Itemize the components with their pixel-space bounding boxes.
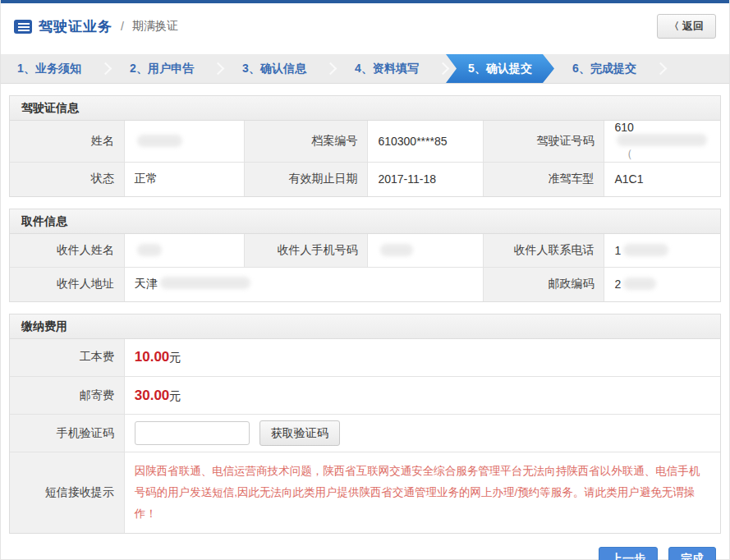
- postal-code-value: 2: [604, 268, 720, 301]
- recipient-phone-label: 收件人联系电话: [484, 234, 604, 268]
- sms-notice-label: 短信接收提示: [10, 452, 124, 534]
- chevron-right-icon: [324, 62, 337, 76]
- back-button-label: 返回: [682, 19, 704, 34]
- breadcrumb: 驾驶证业务 / 期满换证: [14, 17, 178, 36]
- address-prefix: 天津: [135, 277, 158, 290]
- mailing-fee-amount: 30.00: [135, 388, 170, 403]
- sms-notice-cell: 因陕西省联通、电信运营商技术问题，陕西省互联网交通安全综合服务管理平台无法向持陕…: [124, 452, 720, 534]
- chevron-right-icon: [654, 62, 668, 76]
- expiry-value: 2017-11-18: [368, 163, 484, 196]
- redacted-name: [137, 135, 182, 147]
- production-fee-label: 工本费: [10, 339, 124, 377]
- chevron-right-icon: [99, 62, 112, 76]
- status-label: 状态: [10, 163, 124, 196]
- sms-notice-text: 因陕西省联通、电信运营商技术问题，陕西省互联网交通安全综合服务管理平台无法向持陕…: [135, 461, 707, 525]
- page-title: 驾驶证业务: [39, 17, 112, 36]
- step-navigation: 1、业务须知 2、用户申告 3、确认信息 4、资料填写 5、确认提交 6、完成提…: [1, 54, 729, 84]
- production-fee-value: 10.00元: [124, 339, 720, 377]
- file-number-label: 档案编号: [244, 121, 368, 163]
- footer-actions: 上一步 完成: [1, 534, 729, 560]
- redacted-mobile: [380, 244, 413, 256]
- currency-unit: 元: [169, 351, 181, 364]
- recipient-address-label: 收件人地址: [10, 268, 124, 301]
- redacted-address: [160, 277, 250, 289]
- chevron-left-icon: 〈: [669, 20, 679, 34]
- redacted-license-number: [617, 134, 707, 146]
- list-icon: [14, 20, 32, 34]
- license-section-title: 驾驶证信息: [10, 96, 720, 121]
- steps-filler: [668, 54, 729, 83]
- status-value: 正常: [124, 163, 244, 196]
- chevron-right-icon: [212, 62, 225, 76]
- chevron-right-icon: [437, 62, 450, 76]
- mailing-fee-label: 邮寄费: [10, 377, 124, 415]
- mailing-fee-value: 30.00元: [124, 377, 720, 415]
- step-2-user-declaration[interactable]: 2、用户申告: [113, 54, 210, 83]
- vehicle-type-label: 准驾车型: [484, 163, 604, 196]
- recipient-mobile-value: [368, 234, 484, 268]
- table-row: 状态 正常 有效期止日期 2017-11-18 准驾车型 A1C1: [10, 163, 720, 196]
- breadcrumb-current: 期满换证: [132, 19, 178, 34]
- pickup-section-title: 取件信息: [10, 209, 720, 234]
- finish-button[interactable]: 完成: [668, 547, 716, 560]
- step-3-confirm-info[interactable]: 3、确认信息: [226, 54, 323, 83]
- header: 驾驶证业务 / 期满换证 〈 返回: [1, 3, 729, 49]
- step-5-confirm-submit-active[interactable]: 5、确认提交: [446, 54, 554, 83]
- license-number-label: 驾驶证号码: [484, 121, 604, 163]
- previous-step-button[interactable]: 上一步: [599, 547, 658, 560]
- license-number-prefix: 610: [614, 121, 633, 134]
- recipient-name-value: [124, 234, 244, 268]
- license-info-table: 姓名 档案编号 610300****85 驾驶证号码 610（ 状态 正常 有效…: [10, 121, 720, 196]
- recipient-phone-value: 1: [604, 234, 720, 268]
- step-6-complete-submit[interactable]: 6、完成提交: [556, 54, 653, 83]
- recipient-address-value: 天津: [124, 268, 484, 301]
- table-row: 邮寄费 30.00元: [10, 377, 720, 415]
- step-1-business-notice[interactable]: 1、业务须知: [1, 54, 98, 83]
- license-number-suffix: （: [621, 147, 632, 160]
- breadcrumb-separator: /: [121, 20, 124, 33]
- table-row: 短信接收提示 因陕西省联通、电信运营商技术问题，陕西省互联网交通安全综合服务管理…: [10, 452, 720, 534]
- step-4-fill-data[interactable]: 4、资料填写: [338, 54, 435, 83]
- redacted-phone: [623, 244, 668, 256]
- postal-code-label: 邮政编码: [484, 268, 604, 301]
- pickup-info-section: 取件信息 收件人姓名 收件人手机号码 收件人联系电话 1 收件人地址 天津: [9, 209, 721, 302]
- license-number-value: 610（: [604, 121, 720, 163]
- file-number-value: 610300****85: [368, 121, 484, 163]
- table-row: 手机验证码 获取验证码: [10, 415, 720, 452]
- redacted-recipient-name: [137, 244, 162, 256]
- redacted-postal: [623, 278, 656, 290]
- currency-unit: 元: [169, 389, 181, 402]
- fees-table: 工本费 10.00元 邮寄费 30.00元 手机验证码 获取验证码 短信接收提: [10, 339, 720, 534]
- name-label: 姓名: [10, 121, 124, 163]
- recipient-name-label: 收件人姓名: [10, 234, 124, 268]
- name-value: [124, 121, 244, 163]
- get-code-button[interactable]: 获取验证码: [259, 420, 340, 446]
- table-row: 收件人地址 天津 邮政编码 2: [10, 268, 720, 301]
- license-info-section: 驾驶证信息 姓名 档案编号 610300****85 驾驶证号码 610（ 状态…: [9, 95, 721, 197]
- recipient-mobile-label: 收件人手机号码: [244, 234, 368, 268]
- pickup-info-table: 收件人姓名 收件人手机号码 收件人联系电话 1 收件人地址 天津 邮政编码 2: [10, 234, 720, 301]
- vehicle-type-value: A1C1: [604, 163, 720, 196]
- table-row: 姓名 档案编号 610300****85 驾驶证号码 610（: [10, 121, 720, 163]
- fees-section-title: 缴纳费用: [10, 314, 720, 339]
- page: 驾驶证业务 / 期满换证 〈 返回 1、业务须知 2、用户申告 3、确认信息 4…: [0, 0, 730, 560]
- fees-section: 缴纳费用 工本费 10.00元 邮寄费 30.00元 手机验证码: [9, 314, 721, 535]
- production-fee-amount: 10.00: [135, 349, 170, 365]
- sms-code-cell: 获取验证码: [124, 415, 720, 452]
- table-row: 工本费 10.00元: [10, 339, 720, 377]
- table-row: 收件人姓名 收件人手机号码 收件人联系电话 1: [10, 234, 720, 268]
- sms-code-label: 手机验证码: [10, 415, 124, 452]
- sms-code-input[interactable]: [135, 421, 250, 445]
- expiry-label: 有效期止日期: [244, 163, 368, 196]
- phone-prefix: 1: [614, 244, 621, 257]
- back-button[interactable]: 〈 返回: [657, 14, 716, 39]
- postal-prefix: 2: [614, 278, 621, 291]
